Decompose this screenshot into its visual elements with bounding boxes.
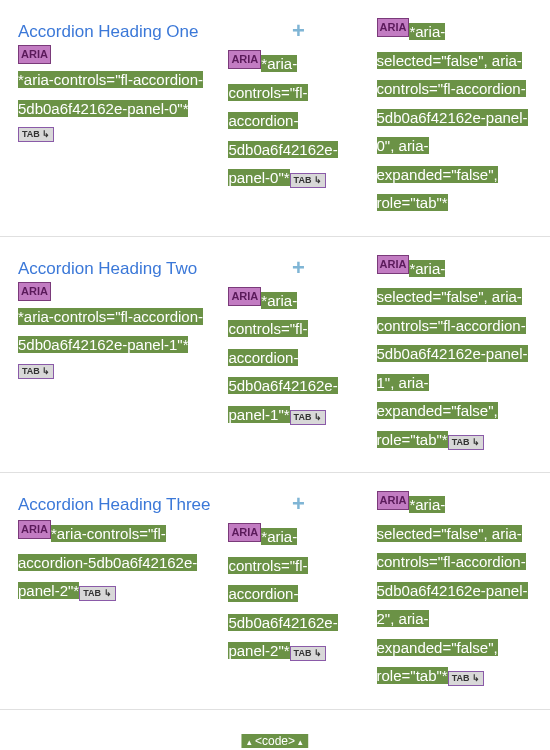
- row-left: Accordion Heading TwoARIA *aria-controls…: [18, 255, 220, 379]
- aria-badge-icon: ARIA: [377, 255, 410, 274]
- aria-attr-text: *aria-controls="fl-accordion-5db0a6f4216…: [18, 308, 203, 354]
- tab-badge-icon: TAB: [79, 586, 115, 601]
- aria-attr-text: *aria-selected="false", aria-controls="f…: [377, 23, 528, 211]
- row-mid: + ARIA*aria-controls="fl-accordion-5db0a…: [228, 491, 368, 666]
- aria-badge-icon: ARIA: [18, 282, 51, 301]
- aria-attr-block: ARIA*aria-controls="fl-accordion-5db0a6f…: [228, 287, 368, 430]
- aria-attr-text: *aria-controls="fl-accordion-5db0a6f4216…: [228, 292, 337, 423]
- aria-attr-block: *aria-controls="fl-accordion-5db0a6f4216…: [18, 66, 220, 142]
- aria-attr-text: *aria-controls="fl-accordion-5db0a6f4216…: [18, 71, 203, 117]
- expand-icon[interactable]: +: [228, 18, 368, 44]
- tab-badge-icon: TAB: [448, 435, 484, 450]
- aria-attr-text: *aria-selected="false", aria-controls="f…: [377, 260, 528, 448]
- row-left: Accordion Heading Three ARIA*aria-contro…: [18, 491, 220, 606]
- row-right: ARIA*aria-selected="false", aria-control…: [377, 491, 540, 691]
- accordion-row: Accordion Heading Three ARIA*aria-contro…: [0, 473, 550, 710]
- accordion-row: Accordion Heading OneARIA *aria-controls…: [0, 0, 550, 237]
- aria-badge-icon: ARIA: [377, 491, 410, 510]
- aria-badge-icon: ARIA: [18, 45, 51, 64]
- tab-badge-icon: TAB: [18, 364, 54, 379]
- aria-attr-block: ARIA*aria-selected="false", aria-control…: [377, 255, 540, 455]
- aria-attr-text: *aria-controls="fl-accordion-5db0a6f4216…: [228, 55, 337, 186]
- accordion-heading[interactable]: Accordion Heading Two: [18, 259, 197, 278]
- tab-badge-icon: TAB: [290, 173, 326, 188]
- aria-attr-block: ARIA*aria-controls="fl-accordion-5db0a6f…: [18, 520, 220, 606]
- accordion-heading[interactable]: Accordion Heading One: [18, 22, 199, 41]
- aria-attr-block: *aria-controls="fl-accordion-5db0a6f4216…: [18, 303, 220, 379]
- aria-badge-icon: ARIA: [228, 523, 261, 542]
- row-right: ARIA*aria-selected="false", aria-control…: [377, 255, 540, 455]
- aria-attr-block: ARIA*aria-selected="false", aria-control…: [377, 18, 540, 218]
- aria-badge-icon: ARIA: [18, 520, 51, 539]
- aria-attr-block: ARIA*aria-selected="false", aria-control…: [377, 491, 540, 691]
- tab-badge-icon: TAB: [448, 671, 484, 686]
- accordion-row: Accordion Heading TwoARIA *aria-controls…: [0, 237, 550, 474]
- aria-attr-text: *aria-selected="false", aria-controls="f…: [377, 496, 528, 684]
- aria-badge-icon: ARIA: [228, 287, 261, 306]
- aria-attr-text: *aria-controls="fl-accordion-5db0a6f4216…: [228, 528, 337, 659]
- row-mid: + ARIA*aria-controls="fl-accordion-5db0a…: [228, 255, 368, 430]
- tab-badge-icon: TAB: [290, 646, 326, 661]
- expand-icon[interactable]: +: [228, 491, 368, 517]
- tab-badge-icon: TAB: [290, 410, 326, 425]
- row-mid: + ARIA*aria-controls="fl-accordion-5db0a…: [228, 18, 368, 193]
- tab-badge-icon: TAB: [18, 127, 54, 142]
- accordion-heading[interactable]: Accordion Heading Three: [18, 495, 210, 514]
- aria-badge-icon: ARIA: [228, 50, 261, 69]
- aria-badge-icon: ARIA: [377, 18, 410, 37]
- expand-icon[interactable]: +: [228, 255, 368, 281]
- row-left: Accordion Heading OneARIA *aria-controls…: [18, 18, 220, 142]
- aria-attr-block: ARIA*aria-controls="fl-accordion-5db0a6f…: [228, 50, 368, 193]
- aria-attr-block: ARIA*aria-controls="fl-accordion-5db0a6f…: [228, 523, 368, 666]
- row-right: ARIA*aria-selected="false", aria-control…: [377, 18, 540, 218]
